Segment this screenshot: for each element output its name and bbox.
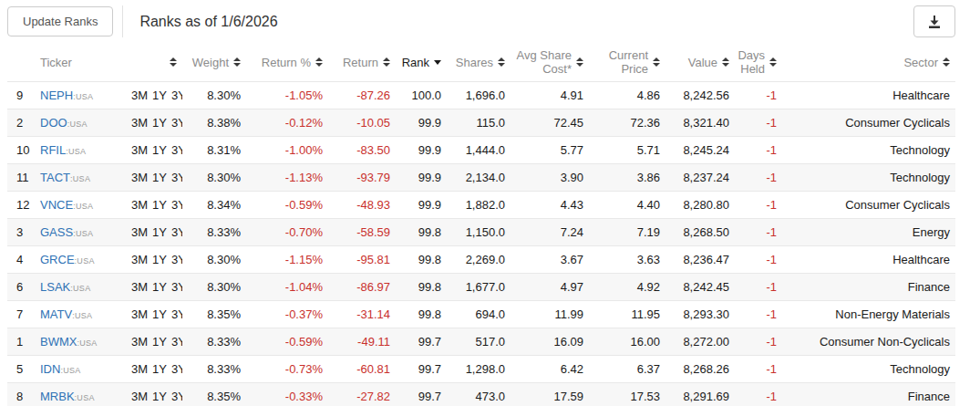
period-link-3m[interactable]: 3M xyxy=(131,280,148,294)
toolbar: Update Ranks Ranks as of 1/6/2026 xyxy=(0,0,980,41)
period-link-1y[interactable]: 1Y xyxy=(152,116,167,130)
col-header-avg-share-cost[interactable]: Avg Share Cost* xyxy=(511,43,589,82)
col-header-return-pct[interactable]: Return % xyxy=(246,43,328,82)
col-header-rank[interactable]: Rank xyxy=(396,43,447,82)
period-link-1y[interactable]: 1Y xyxy=(152,88,167,102)
download-button[interactable] xyxy=(913,5,955,37)
value-cell: 8,242.45 xyxy=(665,274,735,301)
period-link-3y[interactable]: 3Y xyxy=(171,390,182,403)
ticker-cell: RFIL:USA xyxy=(35,137,126,164)
period-link-3y[interactable]: 3Y xyxy=(171,143,182,157)
ticker-link[interactable]: MATV xyxy=(40,307,72,321)
days-held-cell: -1 xyxy=(735,274,782,301)
period-link-3m[interactable]: 3M xyxy=(131,116,148,130)
period-link-3m[interactable]: 3M xyxy=(131,88,148,102)
ticker-cell: BWMX:USA xyxy=(35,328,126,356)
ticker-link[interactable]: NEPH xyxy=(40,88,73,102)
return-cell: -87.26 xyxy=(328,82,396,109)
rank-cell: 99.8 xyxy=(396,219,447,246)
col-label-value: Value xyxy=(688,56,717,69)
period-link-1y[interactable]: 1Y xyxy=(152,390,167,403)
period-link-3y[interactable]: 3Y xyxy=(171,225,182,239)
ticker-link[interactable]: VNCE xyxy=(40,198,73,212)
ticker-link[interactable]: RFIL xyxy=(40,143,66,157)
current-price-cell: 16.00 xyxy=(589,328,665,356)
period-link-1y[interactable]: 1Y xyxy=(152,143,167,157)
ticker-link[interactable]: DOO xyxy=(40,116,67,130)
ticker-link[interactable]: MRBK xyxy=(40,390,75,403)
col-header-return[interactable]: Return xyxy=(328,43,396,82)
period-link-3m[interactable]: 3M xyxy=(131,198,148,212)
col-header-days-held[interactable]: Days Held xyxy=(735,43,782,82)
sort-icon xyxy=(315,57,323,67)
table-row: 2DOO:USA3M1Y3Y8.38%-0.12%-10.0599.9115.0… xyxy=(7,109,955,137)
col-header-shares[interactable]: Shares xyxy=(447,43,511,82)
value-cell: 8,268.26 xyxy=(665,356,735,383)
period-link-3y[interactable]: 3Y xyxy=(171,171,182,184)
rank-cell: 99.7 xyxy=(396,328,447,356)
period-link-1y[interactable]: 1Y xyxy=(152,253,167,266)
sector-cell: Healthcare xyxy=(782,246,955,274)
ticker-link[interactable]: LSAK xyxy=(40,280,70,294)
page-title: Ranks as of 1/6/2026 xyxy=(139,14,277,30)
period-link-3y[interactable]: 3Y xyxy=(171,362,182,376)
value-cell: 8,242.56 xyxy=(665,82,735,109)
period-links-cell: 3M1Y3Y xyxy=(126,164,182,192)
period-link-1y[interactable]: 1Y xyxy=(152,362,167,376)
period-link-3m[interactable]: 3M xyxy=(131,143,148,157)
table-row: 12VNCE:USA3M1Y3Y8.34%-0.59%-48.9399.91,8… xyxy=(7,192,955,219)
period-link-3m[interactable]: 3M xyxy=(131,335,148,349)
return-pct-cell: -1.15% xyxy=(246,246,328,274)
days-held-cell: -1 xyxy=(735,219,782,246)
avg-share-cost-cell: 7.24 xyxy=(511,219,589,246)
period-link-3y[interactable]: 3Y xyxy=(171,307,182,321)
ticker-link[interactable]: TACT xyxy=(40,171,70,184)
days-held-cell: -1 xyxy=(735,137,782,164)
period-link-3m[interactable]: 3M xyxy=(131,253,148,266)
return-cell: -95.81 xyxy=(328,246,396,274)
value-cell: 8,245.24 xyxy=(665,137,735,164)
col-label-sector: Sector xyxy=(903,56,938,69)
period-link-3m[interactable]: 3M xyxy=(131,390,148,403)
period-link-1y[interactable]: 1Y xyxy=(152,307,167,321)
rank-cell: 99.9 xyxy=(396,164,447,192)
exchange-suffix: :USA xyxy=(60,366,80,375)
period-link-3y[interactable]: 3Y xyxy=(171,116,182,130)
period-link-3y[interactable]: 3Y xyxy=(171,198,182,212)
table-row: 4GRCE:USA3M1Y3Y8.30%-1.15%-95.8199.82,26… xyxy=(7,246,955,274)
col-label-rank: Rank xyxy=(402,56,429,69)
col-header-ticker[interactable]: Ticker xyxy=(35,43,182,82)
period-link-1y[interactable]: 1Y xyxy=(152,171,167,184)
period-link-1y[interactable]: 1Y xyxy=(152,280,167,294)
col-header-sector[interactable]: Sector xyxy=(782,43,955,82)
shares-cell: 1,150.0 xyxy=(447,219,511,246)
ticker-link[interactable]: BWMX xyxy=(40,335,77,349)
period-link-3y[interactable]: 3Y xyxy=(171,88,182,102)
shares-cell: 1,444.0 xyxy=(447,137,511,164)
period-link-3m[interactable]: 3M xyxy=(131,225,148,239)
col-header-value[interactable]: Value xyxy=(665,43,735,82)
row-position: 5 xyxy=(7,356,35,383)
period-link-3y[interactable]: 3Y xyxy=(171,253,182,266)
rank-cell: 99.9 xyxy=(396,192,447,219)
period-link-1y[interactable]: 1Y xyxy=(152,225,167,239)
period-link-1y[interactable]: 1Y xyxy=(152,198,167,212)
ticker-link[interactable]: GASS xyxy=(40,225,73,239)
period-link-3m[interactable]: 3M xyxy=(131,362,148,376)
ticker-link[interactable]: GRCE xyxy=(40,253,75,266)
ticker-link[interactable]: IDN xyxy=(40,362,60,376)
period-link-3m[interactable]: 3M xyxy=(131,171,148,184)
period-link-3y[interactable]: 3Y xyxy=(171,280,182,294)
period-link-3m[interactable]: 3M xyxy=(131,307,148,321)
return-cell: -60.81 xyxy=(328,356,396,383)
col-header-weight[interactable]: Weight xyxy=(182,43,246,82)
period-link-3y[interactable]: 3Y xyxy=(171,335,182,349)
update-ranks-button[interactable]: Update Ranks xyxy=(7,6,113,36)
sector-cell: Finance xyxy=(782,274,955,301)
col-header-current-price[interactable]: Current Price xyxy=(589,43,665,82)
period-link-1y[interactable]: 1Y xyxy=(152,335,167,349)
sector-cell: Finance xyxy=(782,383,955,406)
row-position: 3 xyxy=(7,219,35,246)
weight-cell: 8.30% xyxy=(182,246,246,274)
period-links-cell: 3M1Y3Y xyxy=(126,109,182,137)
